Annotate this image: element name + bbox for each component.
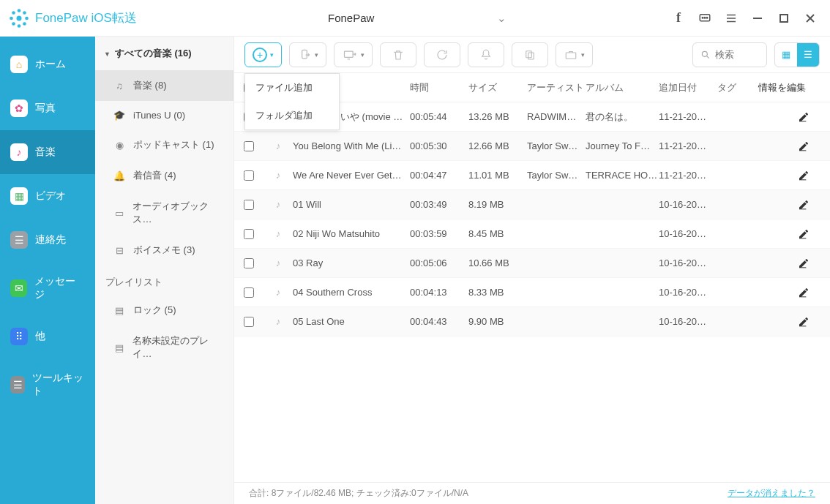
- delete-button[interactable]: [380, 42, 416, 67]
- side-playlist-header: プレイリスト: [95, 266, 233, 295]
- row-edit-button[interactable]: [754, 140, 830, 152]
- ringtone-button[interactable]: [468, 42, 504, 67]
- row-time: 00:03:49: [410, 199, 468, 210]
- data-lost-link[interactable]: データが消えました？: [728, 487, 815, 500]
- side-node-label: ボイスメモ (3): [133, 244, 195, 257]
- list-view-button[interactable]: ☰: [797, 43, 819, 67]
- music-icon: ♪: [10, 143, 28, 161]
- svg-rect-32: [799, 267, 806, 268]
- nav-toolkit[interactable]: ☰ツールキット: [0, 358, 95, 411]
- row-edit-button[interactable]: [754, 111, 830, 123]
- table-row[interactable]: ♪You Belong With Me (Li…00:05:3012.66 MB…: [234, 132, 830, 161]
- side-node-voicememo[interactable]: ⊟ボイスメモ (3): [95, 235, 233, 266]
- nav-contact[interactable]: ☰連絡先: [0, 218, 95, 262]
- row-date: 11-21-20…: [659, 111, 717, 122]
- table-row[interactable]: ♪03 Ray00:05:0610.66 MB10-16-20…: [234, 249, 830, 278]
- row-edit-button[interactable]: [754, 170, 830, 181]
- row-date: 10-16-20…: [659, 316, 717, 327]
- facebook-icon[interactable]: f: [672, 12, 685, 25]
- row-checkbox[interactable]: [244, 141, 254, 151]
- caret-down-icon: ▾: [581, 51, 585, 59]
- maximize-button[interactable]: [777, 12, 790, 25]
- table-row[interactable]: ♪04 Southern Cross00:04:138.33 MB10-16-2…: [234, 278, 830, 307]
- svg-rect-33: [799, 296, 806, 297]
- side-node-podcast[interactable]: ◉ポッドキャスト (1): [95, 129, 233, 160]
- music-file-icon: ♪: [263, 199, 293, 210]
- row-edit-button[interactable]: [754, 199, 830, 211]
- col-edit[interactable]: 情報を編集: [754, 81, 830, 94]
- row-checkbox[interactable]: [244, 287, 254, 298]
- side-node-music[interactable]: ♫音楽 (8): [95, 70, 233, 101]
- nav-video[interactable]: ▦ビデオ: [0, 174, 95, 218]
- device-selector[interactable]: FonePaw ⌄: [322, 12, 506, 25]
- close-button[interactable]: [804, 12, 817, 25]
- side-node-itunesu[interactable]: 🎓iTunes U (0): [95, 101, 233, 129]
- svg-rect-17: [780, 15, 788, 22]
- caret-down-icon: ▾: [315, 51, 318, 59]
- caret-down-icon: ▾: [270, 51, 274, 59]
- row-edit-button[interactable]: [754, 316, 830, 328]
- add-button[interactable]: +▾: [244, 42, 282, 67]
- toolbox-button[interactable]: ▾: [556, 42, 593, 67]
- row-edit-button[interactable]: [754, 228, 830, 240]
- row-checkbox[interactable]: [244, 200, 254, 210]
- minimize-button[interactable]: [751, 12, 764, 25]
- nav-contact-label: 連絡先: [35, 233, 66, 247]
- table-row[interactable]: ♪05 Last One00:04:439.90 MB10-16-20…: [234, 307, 830, 336]
- audiobook-icon: ▭: [113, 208, 125, 219]
- row-checkbox[interactable]: [244, 229, 254, 239]
- row-edit-button[interactable]: [754, 257, 830, 269]
- table-row[interactable]: ♪01 Will00:03:498.19 MB10-16-20…: [234, 190, 830, 219]
- side-playlist-untitled[interactable]: ▤名称未設定のプレイ…: [95, 326, 233, 369]
- svg-rect-20: [302, 50, 307, 59]
- row-checkbox[interactable]: [244, 170, 254, 181]
- svg-rect-24: [566, 53, 576, 59]
- side-playlist-rock[interactable]: ▤ロック (5): [95, 295, 233, 326]
- col-album[interactable]: アルバム: [586, 81, 659, 94]
- refresh-button[interactable]: [424, 42, 460, 67]
- col-date[interactable]: 追加日付: [659, 81, 717, 94]
- side-all-music[interactable]: すべての音楽 (16): [95, 37, 233, 70]
- contact-icon: ☰: [10, 231, 28, 249]
- search-input[interactable]: [715, 49, 759, 60]
- itunesu-icon: 🎓: [113, 110, 126, 121]
- row-checkbox[interactable]: [244, 317, 254, 327]
- col-tag[interactable]: タグ: [717, 81, 754, 94]
- row-time: 00:05:06: [410, 257, 468, 268]
- col-artist[interactable]: アーティスト: [527, 81, 586, 94]
- nav-music-label: 音楽: [35, 146, 56, 159]
- grid-view-button[interactable]: ▦: [775, 43, 797, 67]
- search-box[interactable]: [692, 42, 767, 67]
- col-size[interactable]: サイズ: [468, 81, 527, 94]
- brand-text: FonePaw iOS転送: [35, 10, 137, 26]
- nav-message[interactable]: ✉メッセージ: [0, 262, 95, 315]
- side-node-ringtone[interactable]: 🔔着信音 (4): [95, 160, 233, 191]
- row-artist: Taylor Sw…: [527, 140, 586, 151]
- row-checkbox[interactable]: [244, 258, 254, 268]
- table-row[interactable]: ♪We Are Never Ever Gett…00:04:4711.01 MB…: [234, 161, 830, 190]
- window-controls: f: [672, 12, 830, 25]
- side-node-label: オーディオブックス…: [132, 200, 225, 226]
- menu-icon[interactable]: [725, 12, 738, 25]
- nav-other[interactable]: ⠿他: [0, 315, 95, 358]
- dedupe-button[interactable]: [512, 42, 548, 67]
- export-device-button[interactable]: ▾: [289, 42, 326, 67]
- view-mode-toggle: ▦ ☰: [774, 42, 820, 67]
- table-row[interactable]: ♪02 Niji Wo Matsuhito00:03:598.45 MB10-1…: [234, 219, 830, 249]
- export-pc-button[interactable]: ▾: [334, 42, 373, 67]
- nav-music[interactable]: ♪音楽: [0, 130, 95, 174]
- svg-point-12: [706, 17, 708, 18]
- nav-photo[interactable]: ✿写真: [0, 86, 95, 130]
- feedback-icon[interactable]: [698, 12, 711, 25]
- nav-home[interactable]: ⌂ホーム: [0, 42, 95, 86]
- col-time[interactable]: 時間: [410, 81, 468, 94]
- device-name: FonePaw: [328, 12, 374, 24]
- side-node-audiobook[interactable]: ▭オーディオブックス…: [95, 191, 233, 235]
- nav-video-label: ビデオ: [35, 189, 66, 203]
- status-bar: 合計: 8ファイル/82.46 MB; チェック済み:0ファイル/N/A データ…: [234, 482, 830, 504]
- add-folder-item[interactable]: フォルダ追加: [245, 102, 339, 129]
- row-edit-button[interactable]: [754, 287, 830, 298]
- svg-point-7: [12, 22, 15, 26]
- nav-photo-label: 写真: [35, 102, 56, 115]
- add-file-item[interactable]: ファイル追加: [245, 74, 339, 102]
